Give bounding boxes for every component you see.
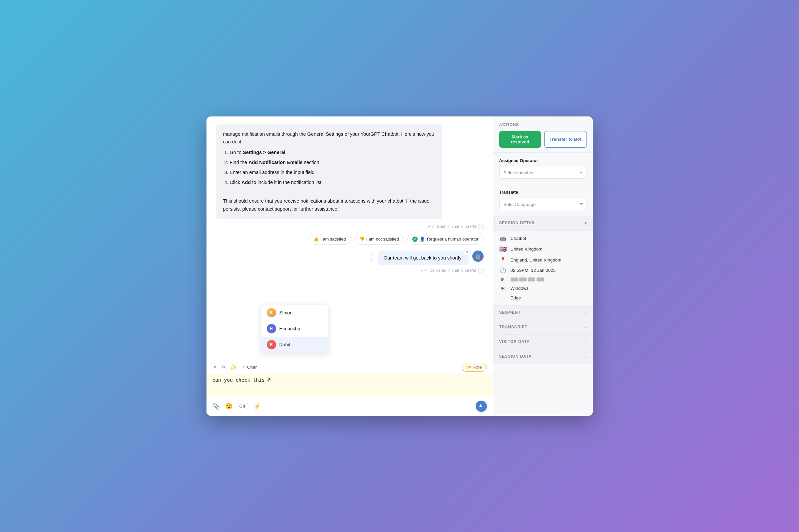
session-time-label: 02:59PM, 12 Jan 2025 — [511, 268, 556, 273]
mention-name-simon: Simon — [279, 310, 293, 316]
input-toolbar: ✦ A ✨ ✧ Char @ Note — [206, 359, 493, 374]
session-data-section: SESSION DATA ‹ — [493, 349, 593, 364]
step-4: Click Add to include it in the notificat… — [230, 179, 435, 187]
step-2: Find the Add Notification Emails section… — [230, 159, 435, 167]
ip-block-4 — [537, 278, 544, 282]
session-data-chevron-icon: ‹ — [585, 354, 586, 359]
segment-header[interactable]: SEGMENT ‹ — [493, 305, 593, 320]
visitor-data-chevron-icon: ‹ — [585, 339, 586, 344]
send-btn[interactable]: ➤ — [476, 401, 487, 412]
transcript-header[interactable]: TRANSCRIPT ‹ — [493, 320, 593, 335]
ip-blocks — [511, 278, 544, 282]
satisfied-btn[interactable]: 👍 I am satisfied — [308, 234, 351, 245]
seen-time: 6:55 PM — [461, 224, 476, 229]
assigned-operator-section: Assigned Operator Select member... — [493, 153, 593, 184]
avatar-rohit: R — [267, 340, 276, 349]
ip-block-2 — [519, 278, 527, 282]
session-data-header[interactable]: SESSION DATA ‹ — [493, 349, 593, 364]
human-icon: 👤 — [420, 236, 425, 242]
transcript-chevron-icon: ‹ — [585, 325, 586, 330]
edit-message-icon[interactable]: ✏ — [464, 249, 471, 256]
delivered-check-icon: ✓✓ — [421, 268, 427, 273]
ip-label: IP — [499, 278, 507, 282]
assigned-operator-select[interactable]: Select member... — [499, 167, 587, 179]
session-os-row: ⊞ Windows — [499, 285, 587, 291]
step-3: Enter an email address in the input fiel… — [230, 169, 435, 177]
seen-check-icon: ✓✓ — [428, 224, 435, 229]
attachment-icon[interactable]: 📎 — [213, 403, 220, 410]
bot-message-intro: manage notification emails through the G… — [223, 131, 434, 145]
agent-message-options: ⋮ — [368, 255, 374, 261]
input-icons-left: 📎 🙂 GIF ⚡ — [213, 403, 261, 410]
chat-area: manage notification emails through the G… — [206, 116, 493, 416]
session-chatbot-row: 🤖 Chatbot — [499, 235, 587, 242]
clock-icon: 🕐 — [499, 267, 507, 273]
seen-meta: ✓✓ Seen in chat 6:55 PM i — [216, 224, 484, 229]
seen-info-icon[interactable]: i — [478, 224, 484, 229]
mark-resolved-btn[interactable]: Mark as resolved — [499, 131, 541, 148]
session-detail-chevron-icon: ▾ — [584, 221, 587, 226]
mention-name-himanshu: Himanshu — [279, 326, 301, 331]
mention-item-simon[interactable]: S Simon — [261, 305, 328, 321]
sparkle-icon[interactable]: ✦ — [213, 364, 217, 370]
agent-message-bubble: Our team will get back to you shortly! ✏ — [378, 250, 469, 265]
input-bottom-row: 📎 🙂 GIF ⚡ ➤ — [206, 399, 493, 416]
note-label: Note — [473, 365, 482, 369]
avatar-himanshu: H — [267, 324, 276, 334]
char-sparkle-icon: ✧ — [242, 364, 246, 369]
location-pin-icon: 📍 — [499, 257, 507, 263]
uk-flag-icon: 🇬🇧 — [499, 246, 507, 253]
feedback-row: 👍 I am satisfied 👎 I am not satisfied ✓ … — [216, 234, 484, 245]
agent-avatar: 🤖 — [472, 250, 484, 262]
session-country-label: United Kingdom — [511, 247, 543, 251]
assigned-operator-title: Assigned Operator — [499, 158, 587, 163]
char-label-text: Char — [247, 365, 257, 369]
avatar-simon: S — [267, 308, 276, 318]
visitor-data-section: VISITOR DATA ‹ — [493, 335, 593, 349]
mention-item-rohit[interactable]: R Rohit — [261, 337, 328, 353]
session-location-row: 📍 England, United Kingdom — [499, 257, 587, 263]
not-satisfied-btn[interactable]: 👎 I am not satisfied — [355, 234, 404, 245]
session-detail-header[interactable]: SESSION DETAIL ▾ — [493, 216, 593, 231]
language-select[interactable]: Select language — [499, 198, 587, 210]
session-os-label: Windows — [511, 286, 529, 291]
lightning-icon[interactable]: ⚡ — [253, 403, 261, 410]
bot-message-footer: This should ensure that you receive noti… — [223, 198, 430, 212]
ip-block-1 — [511, 278, 518, 282]
text-format-icon[interactable]: A — [222, 364, 225, 370]
session-chatbot-label: Chatbot — [511, 236, 526, 241]
actions-buttons: Mark as resolved Transfer to Bot — [499, 131, 587, 148]
magic-wand-icon[interactable]: ✨ — [230, 364, 237, 370]
windows-icon: ⊞ — [499, 285, 507, 291]
session-location-label: England, United Kingdom — [511, 258, 562, 263]
send-icon: ➤ — [478, 402, 484, 410]
session-browser-row: Edge — [499, 296, 587, 300]
char-btn[interactable]: ✧ Char — [242, 364, 257, 369]
transfer-to-bot-btn[interactable]: Transfer to Bot — [544, 131, 587, 148]
chat-input[interactable] — [206, 374, 493, 397]
ip-block-3 — [528, 278, 535, 282]
robot-icon: 🤖 — [475, 253, 481, 259]
delivered-meta: ✓✓ Delivered in chat 6:56 PM i — [216, 268, 484, 273]
session-country-row: 🇬🇧 United Kingdom — [499, 246, 587, 253]
message-options-btn[interactable]: ⋮ — [368, 255, 374, 261]
main-window: manage notification emails through the G… — [206, 116, 593, 416]
segment-section: SEGMENT ‹ — [493, 305, 593, 320]
visitor-data-header[interactable]: VISITOR DATA ‹ — [493, 335, 593, 349]
chatbot-icon: 🤖 — [499, 235, 507, 242]
emoji-icon[interactable]: 🙂 — [225, 403, 233, 410]
at-icon: @ — [467, 365, 471, 369]
gif-icon[interactable]: GIF — [238, 403, 249, 409]
translate-section: Translate Select language — [493, 184, 593, 216]
session-detail-title: SESSION DETAIL — [499, 221, 536, 225]
chat-messages: manage notification emails through the G… — [206, 116, 493, 359]
translate-title: Translate — [499, 190, 587, 195]
segment-title: SEGMENT — [499, 310, 521, 315]
note-btn[interactable]: @ Note — [461, 363, 487, 372]
request-human-btn[interactable]: ✓ 👤 Request a human operator — [407, 234, 484, 245]
mention-item-himanshu[interactable]: H Himanshu — [261, 321, 328, 337]
session-browser-label: Edge — [511, 296, 521, 300]
agent-message-row: ⋮ Our team will get back to you shortly!… — [216, 250, 484, 265]
chat-input-area: ✦ A ✨ ✧ Char @ Note 📎 🙂 — [206, 359, 493, 416]
delivered-info-icon[interactable]: i — [478, 268, 484, 273]
